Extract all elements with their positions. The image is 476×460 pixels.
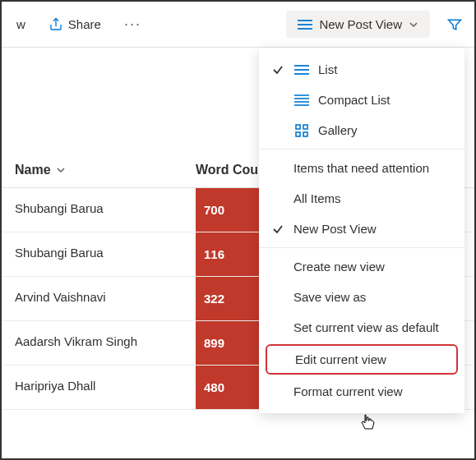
- share-button[interactable]: Share: [40, 12, 109, 37]
- chevron-down-icon: [56, 165, 66, 175]
- view-options-menu: List Compact List Gallery Items that nee…: [259, 48, 464, 413]
- list-icon: [293, 64, 310, 76]
- cell-name: Shubangi Barua: [2, 188, 196, 232]
- menu-item-save-view-as[interactable]: Save view as: [259, 282, 464, 312]
- menu-item-label: Set current view as default: [293, 320, 439, 334]
- menu-item-gallery[interactable]: Gallery: [259, 115, 464, 145]
- cell-name: Aadarsh Vikram Singh: [2, 321, 196, 365]
- compact-list-icon: [293, 94, 310, 106]
- menu-item-list[interactable]: List: [259, 54, 464, 85]
- menu-item-label: Compact List: [318, 93, 391, 107]
- cell-name: Haripriya Dhall: [2, 366, 196, 409]
- view-selector-dropdown[interactable]: New Post View: [286, 11, 430, 38]
- column-header-word-count[interactable]: Word Cou: [196, 163, 258, 177]
- menu-item-compact-list[interactable]: Compact List: [259, 85, 464, 115]
- filter-button[interactable]: [441, 12, 468, 38]
- menu-item-new-post-view[interactable]: New Post View: [259, 214, 464, 244]
- column-name-label: Name: [15, 163, 51, 177]
- menu-item-label: Edit current view: [295, 352, 386, 366]
- share-label: Share: [68, 17, 101, 31]
- cursor-pointer-icon: [359, 412, 376, 432]
- more-actions-button[interactable]: ···: [116, 11, 150, 38]
- list-icon: [298, 19, 312, 30]
- menu-item-label: Save view as: [293, 290, 366, 304]
- menu-item-edit-current-view[interactable]: Edit current view: [266, 344, 458, 375]
- menu-item-label: Items that need attention: [293, 161, 429, 175]
- cell-name: Shubangi Barua: [2, 232, 196, 276]
- menu-item-label: New Post View: [293, 222, 377, 236]
- svg-rect-13: [303, 132, 307, 136]
- menu-item-label: Gallery: [318, 123, 358, 137]
- svg-rect-12: [296, 132, 300, 136]
- filter-icon: [446, 16, 463, 33]
- menu-item-format-current-view[interactable]: Format current view: [259, 376, 464, 407]
- gallery-icon: [293, 124, 310, 137]
- column-header-name[interactable]: Name: [15, 163, 196, 177]
- view-selector-label: New Post View: [319, 17, 402, 31]
- toolbar: w Share ··· New Post View: [2, 2, 474, 48]
- toolbar-truncated-item[interactable]: w: [8, 12, 34, 36]
- menu-item-attention[interactable]: Items that need attention: [259, 153, 464, 183]
- svg-rect-11: [303, 125, 307, 129]
- chevron-down-icon: [409, 20, 418, 30]
- menu-divider: [259, 149, 464, 150]
- menu-divider: [259, 247, 464, 248]
- cell-name: Arvind Vaishnavi: [2, 277, 196, 320]
- share-icon: [49, 17, 63, 32]
- check-icon: [270, 64, 285, 76]
- check-icon: [270, 223, 285, 235]
- menu-item-label: List: [318, 62, 337, 76]
- menu-item-set-default[interactable]: Set current view as default: [259, 312, 464, 343]
- menu-item-all-items[interactable]: All Items: [259, 183, 464, 214]
- menu-item-label: All Items: [293, 191, 341, 205]
- svg-rect-10: [296, 125, 300, 129]
- menu-item-label: Create new view: [293, 260, 385, 274]
- menu-item-label: Format current view: [293, 384, 403, 398]
- menu-item-create-view[interactable]: Create new view: [259, 251, 464, 282]
